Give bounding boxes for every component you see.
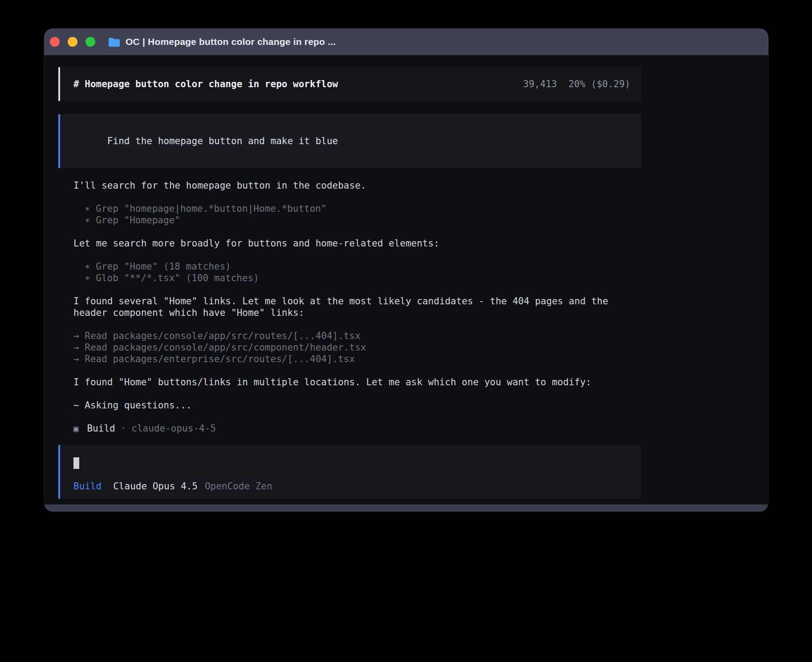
agent-status-row: ▣ Build · claude-opus-4-5 [73, 423, 641, 434]
folder-icon [108, 37, 120, 47]
session-title: # Homepage button color change in repo w… [73, 78, 338, 90]
text-cursor [73, 457, 79, 469]
prompt-input[interactable]: Build Claude Opus 4.5 OpenCode Zen [58, 445, 641, 499]
agent-mode-label[interactable]: Build [73, 480, 102, 492]
minimize-button[interactable] [68, 37, 77, 47]
user-message: Find the homepage button and make it blu… [58, 114, 641, 168]
tool-call-group: → Read packages/console/app/src/routes/[… [73, 330, 641, 365]
zoom-button[interactable] [85, 37, 95, 47]
session-header: # Homepage button color change in repo w… [58, 67, 641, 101]
read-tool-call: → Read packages/console/app/src/routes/[… [73, 330, 641, 342]
model-label: Claude Opus 4.5 [113, 480, 198, 492]
session-stats: 39,413 20% ($0.29) [523, 78, 630, 90]
read-tool-call: → Read packages/console/app/src/componen… [73, 342, 641, 353]
close-button[interactable] [50, 37, 60, 47]
window-footer-strip [44, 505, 768, 512]
grep-tool-call: ∗ Grep "homepage|home.*button|Home.*butt… [85, 203, 641, 214]
assistant-paragraph: Let me search more broadly for buttons a… [73, 238, 641, 249]
asking-questions-status: ~ Asking questions... [73, 400, 641, 411]
agent-model: claude-opus-4-5 [131, 423, 216, 434]
terminal-content: # Homepage button color change in repo w… [44, 55, 768, 512]
read-tool-call: → Read packages/enterprise/src/routes/[.… [73, 353, 641, 365]
terminal-window: OC | Homepage button color change in rep… [44, 28, 768, 512]
context-usage: 20% ($0.29) [568, 78, 630, 90]
agent-square-icon: ▣ [73, 423, 78, 434]
agent-name: Build [87, 423, 115, 434]
tool-call-group: ∗ Grep "homepage|home.*button|Home.*butt… [73, 203, 641, 226]
assistant-messages: I'll search for the homepage button in t… [73, 180, 641, 434]
grep-tool-call: ∗ Grep "Homepage" [85, 214, 641, 226]
assistant-paragraph: I found several "Home" links. Let me loo… [73, 295, 641, 319]
agent-separator: · [121, 423, 126, 434]
window-titlebar: OC | Homepage button color change in rep… [44, 28, 768, 55]
window-title: OC | Homepage button color change in rep… [126, 36, 336, 47]
assistant-paragraph: I'll search for the homepage button in t… [73, 180, 641, 191]
tool-call-group: ∗ Grep "Home" (18 matches) ∗ Glob "**/*.… [73, 261, 641, 284]
token-count: 39,413 [523, 78, 557, 90]
input-mode-row: Build Claude Opus 4.5 OpenCode Zen [73, 480, 630, 492]
assistant-paragraph: I found "Home" buttons/links in multiple… [73, 376, 641, 388]
user-message-text: Find the homepage button and make it blu… [107, 136, 338, 146]
traffic-lights [50, 37, 95, 47]
glob-tool-call: ∗ Glob "**/*.tsx" (100 matches) [85, 272, 641, 284]
grep-tool-call: ∗ Grep "Home" (18 matches) [85, 261, 641, 272]
provider-label: OpenCode Zen [205, 480, 272, 492]
